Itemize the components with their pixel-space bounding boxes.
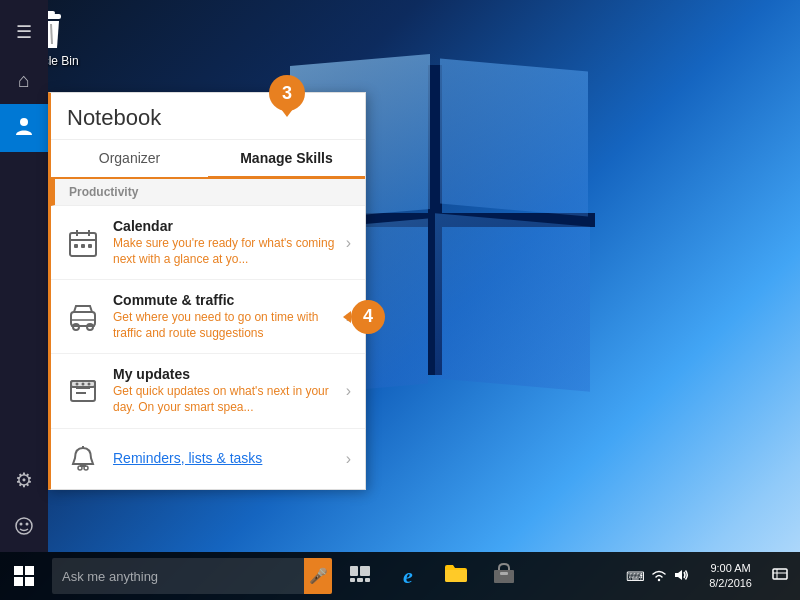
taskbar: Ask me anything 🎤 e xyxy=(0,552,800,600)
cortana-search-bar[interactable]: Ask me anything 🎤 xyxy=(52,558,332,594)
tab-manage-skills[interactable]: Manage Skills xyxy=(208,140,365,179)
skill-commute[interactable]: Commute & traffic Get where you need to … xyxy=(51,280,365,354)
notebook-panel: Notebook 3 Organizer Manage Skills Produ… xyxy=(48,92,366,490)
task-view-icon xyxy=(350,566,370,586)
sidebar-feedback[interactable] xyxy=(0,504,48,552)
sidebar-notebook[interactable] xyxy=(0,104,48,152)
chevron-right-icon: › xyxy=(346,234,351,252)
sidebar: ☰ ⌂ ⚙ xyxy=(0,0,48,552)
skill-updates-desc: Get quick updates on what's next in your… xyxy=(113,384,338,415)
notification-center-button[interactable] xyxy=(764,552,796,600)
svg-point-5 xyxy=(20,118,28,126)
cortana-placeholder: Ask me anything xyxy=(62,569,304,584)
hamburger-icon: ☰ xyxy=(16,21,32,43)
feedback-icon xyxy=(14,516,34,541)
svg-rect-39 xyxy=(500,572,508,575)
edge-button[interactable]: e xyxy=(384,552,432,600)
skill-calendar-desc: Make sure you're ready for what's coming… xyxy=(113,236,338,267)
sidebar-settings[interactable]: ⚙ xyxy=(0,456,48,504)
commute-icon xyxy=(65,299,101,335)
badge-3: 3 xyxy=(269,75,305,111)
svg-rect-33 xyxy=(350,566,358,576)
svg-point-31 xyxy=(84,466,88,470)
calendar-icon xyxy=(65,225,101,261)
notebook-header: Notebook 3 xyxy=(51,93,365,140)
svg-point-26 xyxy=(76,382,79,385)
clock-time: 9:00 AM xyxy=(709,561,752,576)
svg-rect-36 xyxy=(357,578,363,582)
notebook-title: Notebook xyxy=(67,105,349,131)
microphone-icon[interactable]: 🎤 xyxy=(304,558,332,594)
folder-icon xyxy=(444,563,468,589)
home-icon: ⌂ xyxy=(18,69,30,92)
svg-point-28 xyxy=(88,382,91,385)
notification-icon xyxy=(772,566,788,586)
badge-4-wrapper: 4 xyxy=(351,300,385,334)
clock-date: 8/2/2016 xyxy=(709,576,752,591)
reminders-icon xyxy=(65,441,101,477)
skill-calendar-title: Calendar xyxy=(113,218,338,234)
store-icon xyxy=(493,562,515,590)
system-clock[interactable]: 9:00 AM 8/2/2016 xyxy=(701,561,760,592)
svg-rect-34 xyxy=(360,566,370,576)
svg-rect-37 xyxy=(365,578,370,582)
svg-point-6 xyxy=(16,518,32,534)
skill-commute-desc: Get where you need to go on time with tr… xyxy=(113,310,338,341)
section-productivity: Productivity xyxy=(51,179,365,206)
notebook-tabs: Organizer Manage Skills xyxy=(51,140,365,179)
file-explorer-button[interactable] xyxy=(432,552,480,600)
network-icon xyxy=(651,568,667,585)
svg-point-7 xyxy=(20,522,23,525)
chevron-right-icon-3: › xyxy=(346,382,351,400)
skill-calendar-text: Calendar Make sure you're ready for what… xyxy=(113,218,338,267)
svg-point-8 xyxy=(26,522,29,525)
system-tray: ⌨ 9:00 AM 8/2/2016 xyxy=(618,552,800,600)
chevron-right-icon-4: › xyxy=(346,450,351,468)
svg-rect-15 xyxy=(88,244,92,248)
svg-point-27 xyxy=(82,382,85,385)
edge-icon: e xyxy=(403,563,413,589)
svg-rect-35 xyxy=(350,578,355,582)
skill-commute-title: Commute & traffic xyxy=(113,292,338,308)
svg-point-30 xyxy=(78,466,82,470)
tray-icons: ⌨ xyxy=(618,568,697,585)
skill-calendar[interactable]: Calendar Make sure you're ready for what… xyxy=(51,206,365,280)
updates-icon xyxy=(65,373,101,409)
skill-updates-text: My updates Get quick updates on what's n… xyxy=(113,366,338,415)
start-button[interactable] xyxy=(0,552,48,600)
task-view-button[interactable] xyxy=(336,552,384,600)
volume-icon xyxy=(673,568,689,585)
svg-rect-14 xyxy=(81,244,85,248)
start-icon xyxy=(14,566,34,586)
svg-rect-13 xyxy=(74,244,78,248)
svg-rect-40 xyxy=(773,569,787,579)
skill-reminders[interactable]: Reminders, lists & tasks › xyxy=(51,429,365,489)
skill-my-updates[interactable]: My updates Get quick updates on what's n… xyxy=(51,354,365,428)
skill-commute-text: Commute & traffic Get where you need to … xyxy=(113,292,338,341)
user-icon xyxy=(13,115,35,142)
keyboard-icon: ⌨ xyxy=(626,569,645,584)
sidebar-hamburger[interactable]: ☰ xyxy=(0,8,48,56)
skill-reminders-title: Reminders, lists & tasks xyxy=(113,450,338,466)
svg-rect-38 xyxy=(494,570,514,583)
sidebar-home[interactable]: ⌂ xyxy=(0,56,48,104)
tab-organizer[interactable]: Organizer xyxy=(51,140,208,177)
store-button[interactable] xyxy=(480,552,528,600)
skill-updates-title: My updates xyxy=(113,366,338,382)
svg-line-4 xyxy=(51,24,52,44)
gear-icon: ⚙ xyxy=(15,468,33,492)
badge-4: 4 xyxy=(351,300,385,334)
skill-reminders-text: Reminders, lists & tasks xyxy=(113,450,338,468)
